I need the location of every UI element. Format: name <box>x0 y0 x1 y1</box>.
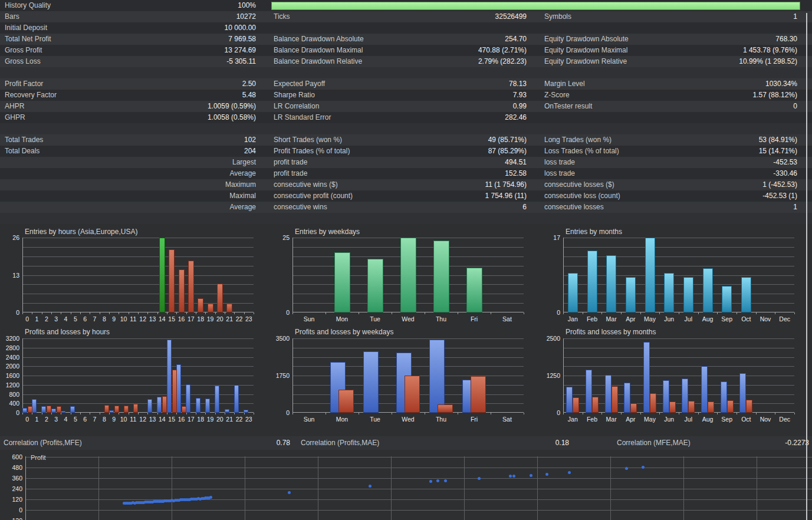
stat-label: Equity Drawdown Absolute <box>544 34 629 45</box>
stat-value: 10.99% (1 298.52) <box>739 56 797 67</box>
x-tick-label: 20 <box>215 315 225 322</box>
stat-cell: AHPR1.0059 (0.59%) <box>0 101 269 112</box>
x-tick-label: 1 <box>32 416 41 423</box>
x-tick-label: 17 <box>186 416 196 423</box>
gridline <box>563 284 794 285</box>
scatter-point <box>530 474 532 477</box>
entries-bar <box>587 251 597 312</box>
x-tick-label: 7 <box>90 315 99 322</box>
x-tick-label: 16 <box>176 416 186 423</box>
entries-bar <box>367 259 383 312</box>
x-tick-mark <box>147 413 148 414</box>
profits-bar <box>244 410 248 413</box>
entries-bar <box>645 238 655 312</box>
x-tick-label: 3 <box>51 315 61 322</box>
x-tick-mark <box>775 312 775 314</box>
gridline <box>563 338 794 339</box>
y-tick-label: 0 <box>1 409 19 416</box>
x-tick-label: Sep <box>717 315 737 322</box>
x-tick-mark <box>51 413 52 414</box>
stat-row: AHPR1.0059 (0.59%)LR Correlation0.99OnTe… <box>0 101 812 112</box>
x-tick-label: 3 <box>51 416 61 423</box>
correlation-value: 0.18 <box>498 436 569 450</box>
stat-cell: consecutive wins ($)11 (1 754.96) <box>269 179 540 190</box>
stat-value: Maximal <box>229 190 256 202</box>
entries-bar <box>159 238 165 312</box>
x-tick-label: Thu <box>425 416 458 423</box>
history-quality-progress-bar <box>271 2 800 10</box>
x-tick-label: Sun <box>292 315 326 322</box>
entries-bar <box>169 249 175 312</box>
x-tick-mark <box>129 413 129 414</box>
vertical-scrollbar-thumb[interactable] <box>806 13 807 520</box>
profit-mfe-scatter-chart: 6004803602401200-120Profit <box>0 451 812 520</box>
stat-row: Total Deals204Profit Trades (% of total)… <box>0 146 812 157</box>
stat-value: 1 453.78 (9.76%) <box>743 45 797 56</box>
stat-value: 254.70 <box>505 34 527 45</box>
correlation-label: Correlation (MFE,MAE) <box>617 436 691 450</box>
x-tick-label: Jun <box>659 315 679 322</box>
chart-plot-area <box>22 238 254 312</box>
losses-bar <box>114 406 119 413</box>
stat-cell: LR Correlation0.99 <box>269 101 540 112</box>
x-tick-label: 9 <box>109 315 119 322</box>
x-tick-mark <box>640 312 641 314</box>
x-tick-label: 12 <box>138 315 147 322</box>
stat-cell: Long Trades (won %)53 (84.91%) <box>540 134 803 146</box>
x-tick-label: Nov <box>756 315 775 322</box>
x-tick-mark <box>359 312 359 314</box>
stat-cell <box>540 112 803 123</box>
chart-title: Profits and losses by months <box>566 328 656 336</box>
losses-bar <box>573 397 579 413</box>
x-tick-label: 20 <box>215 416 225 423</box>
correlation-label: Correlation (Profits,MAE) <box>301 436 379 450</box>
x-tick-label: Sat <box>491 315 524 322</box>
group-separator <box>0 67 812 78</box>
x-tick-mark <box>225 312 225 314</box>
y-axis-line <box>563 338 564 413</box>
x-tick-label: 5 <box>71 315 80 322</box>
x-tick-mark <box>737 312 737 314</box>
x-tick-mark <box>254 413 254 414</box>
x-tick-label: 13 <box>147 416 157 423</box>
x-tick-mark <box>659 312 660 314</box>
stat-row: Averageprofit trade152.58loss trade-330.… <box>0 168 812 179</box>
profits-bar <box>682 379 688 413</box>
gridline <box>563 266 794 266</box>
stat-label: Equity Drawdown Relative <box>544 56 627 67</box>
stat-value: 49 (85.71%) <box>488 134 527 146</box>
x-tick-mark <box>292 413 293 414</box>
x-tick-mark <box>737 413 737 414</box>
stat-label: consecutive losses <box>544 202 604 213</box>
stat-cell: profit trade152.58 <box>269 168 540 179</box>
stat-row: Largestprofit trade494.51loss trade-452.… <box>0 157 812 168</box>
profits-bar <box>624 383 630 413</box>
x-tick-label: 6 <box>80 315 90 322</box>
x-tick-mark <box>205 413 206 414</box>
stat-cell: consecutive losses1 <box>540 202 803 213</box>
stat-value: 1.0058 (0.58%) <box>208 112 256 123</box>
y-tick-label: 0 <box>271 409 290 416</box>
x-tick-label: 19 <box>205 416 215 423</box>
x-tick-label: Thu <box>425 315 458 322</box>
x-tick-label: 14 <box>157 315 167 322</box>
x-tick-label: 8 <box>100 416 109 423</box>
profits-bar <box>205 399 210 413</box>
stat-label: Gross Profit <box>5 45 42 56</box>
scatter-point <box>478 477 481 480</box>
x-tick-label: 19 <box>205 315 215 322</box>
x-tick-mark <box>326 312 326 314</box>
x-tick-mark <box>775 413 775 414</box>
x-tick-mark <box>32 312 32 314</box>
x-tick-mark <box>51 312 52 314</box>
x-tick-label: Sat <box>491 416 524 423</box>
profits-bar <box>234 385 239 413</box>
x-tick-mark <box>80 312 81 314</box>
y-axis-line <box>25 456 26 520</box>
stat-value: 100% <box>238 0 256 11</box>
losses-bar <box>727 400 734 413</box>
group-separator <box>0 213 812 224</box>
y-tick-label: 26 <box>1 234 19 241</box>
stat-value: 7 969.58 <box>228 34 256 45</box>
stat-value: 204 <box>244 146 256 157</box>
